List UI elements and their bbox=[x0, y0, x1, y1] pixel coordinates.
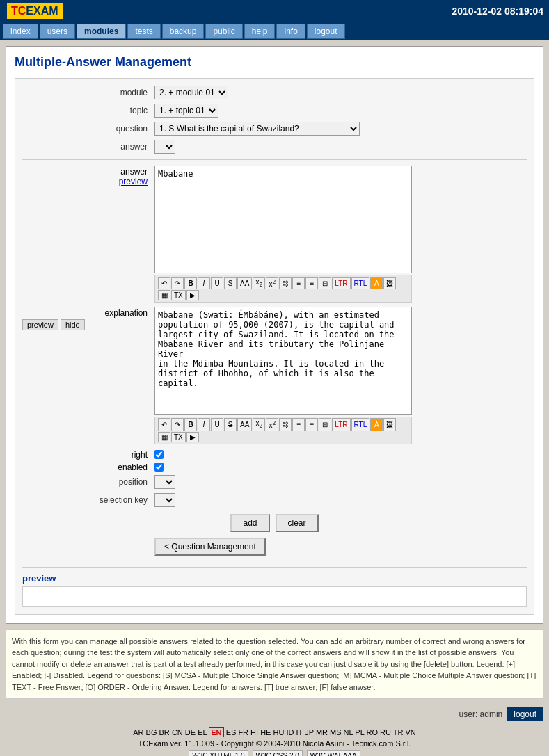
strike-btn[interactable]: S bbox=[224, 277, 237, 289]
lang-it[interactable]: IT bbox=[296, 728, 303, 737]
nav-backup[interactable]: backup bbox=[162, 24, 205, 39]
question-select[interactable]: 1. S What is the capital of Swaziland? bbox=[154, 122, 360, 136]
undo-btn-2[interactable]: ↶ bbox=[158, 418, 170, 431]
lang-br[interactable]: BR bbox=[159, 728, 170, 737]
ol-btn[interactable]: ≡ bbox=[305, 277, 318, 289]
lang-tr[interactable]: TR bbox=[393, 728, 404, 737]
link-btn-2[interactable]: ⛓ bbox=[279, 418, 292, 431]
italic-btn[interactable]: I bbox=[198, 277, 210, 289]
explanation-text-label: explanation bbox=[22, 308, 148, 318]
indent-btn[interactable]: ⊟ bbox=[319, 277, 331, 289]
answer-row: answer bbox=[22, 140, 527, 154]
nav-modules[interactable]: modules bbox=[77, 24, 126, 39]
lang-ru[interactable]: RU bbox=[380, 728, 391, 737]
sup-btn[interactable]: x2 bbox=[266, 277, 278, 289]
lang-hu[interactable]: HU bbox=[273, 728, 285, 737]
lang-he[interactable]: HE bbox=[260, 728, 271, 737]
sup-btn-2[interactable]: x2 bbox=[266, 418, 278, 431]
lang-pl[interactable]: PL bbox=[355, 728, 364, 737]
answer-textarea[interactable]: Mbabane bbox=[154, 166, 412, 273]
link-btn[interactable]: ⛓ bbox=[279, 277, 292, 289]
ltr-btn-2[interactable]: LTR bbox=[332, 418, 350, 431]
expl-preview-btn[interactable]: preview bbox=[22, 319, 58, 330]
add-button[interactable]: add bbox=[230, 514, 269, 532]
image-btn[interactable]: 🖼 bbox=[383, 277, 396, 289]
lang-vn[interactable]: VN bbox=[405, 728, 415, 737]
strike-btn-2[interactable]: S bbox=[224, 418, 237, 431]
media-btn-2[interactable]: ▶ bbox=[186, 432, 199, 442]
color-btn-2[interactable]: A bbox=[370, 418, 383, 431]
lang-ms[interactable]: MS bbox=[330, 728, 342, 737]
preview-link[interactable]: preview bbox=[22, 177, 148, 186]
lang-es[interactable]: ES bbox=[226, 728, 237, 737]
explanation-editor-wrapper: Mbabane (Swati: ÉMbábáne), with an estim… bbox=[154, 307, 527, 444]
selection-key-select[interactable] bbox=[154, 493, 175, 507]
lang-ar[interactable]: AR bbox=[133, 728, 143, 737]
nav-tests[interactable]: tests bbox=[127, 24, 160, 39]
lang-hi[interactable]: HI bbox=[250, 728, 258, 737]
italic-btn-2[interactable]: I bbox=[198, 418, 210, 431]
topic-select[interactable]: 1. + topic 01 bbox=[154, 104, 218, 118]
ltr-btn[interactable]: LTR bbox=[332, 277, 350, 289]
answer-select[interactable] bbox=[154, 140, 175, 154]
fontsize-btn-2[interactable]: AA bbox=[237, 418, 252, 431]
answer-preview-row: answer preview Mbabane ↶ ↷ B I U S AA x2… bbox=[22, 166, 527, 303]
lang-de[interactable]: DE bbox=[185, 728, 196, 737]
bold-btn-2[interactable]: B bbox=[184, 418, 197, 431]
ul-btn[interactable]: ≡ bbox=[292, 277, 305, 289]
lang-cn[interactable]: CN bbox=[172, 728, 183, 737]
answer-text-label: answer bbox=[22, 167, 148, 177]
table-btn[interactable]: ▦ bbox=[158, 290, 170, 300]
nav-index[interactable]: index bbox=[3, 24, 38, 39]
redo-btn[interactable]: ↷ bbox=[171, 277, 184, 289]
nav-help[interactable]: help bbox=[244, 24, 276, 39]
logout-button[interactable]: logout bbox=[507, 707, 543, 721]
topic-row: topic 1. + topic 01 bbox=[22, 104, 527, 118]
nav-public[interactable]: public bbox=[205, 24, 242, 39]
back-button[interactable]: < Question Management bbox=[154, 538, 266, 556]
expl-hide-btn[interactable]: hide bbox=[61, 319, 85, 330]
underline-btn-2[interactable]: U bbox=[211, 418, 223, 431]
module-select[interactable]: 2. + module 01 bbox=[154, 86, 228, 99]
code-btn[interactable]: TX bbox=[171, 290, 186, 300]
datetime: 2010-12-02 08:19:04 bbox=[452, 6, 543, 17]
lang-ro[interactable]: RO bbox=[366, 728, 378, 737]
lang-fr[interactable]: FR bbox=[238, 728, 248, 737]
topic-label: topic bbox=[22, 106, 154, 115]
rtl-btn-2[interactable]: RTL bbox=[351, 418, 370, 431]
table-btn-2[interactable]: ▦ bbox=[158, 432, 170, 442]
rtl-btn[interactable]: RTL bbox=[351, 277, 370, 289]
clear-button[interactable]: clear bbox=[276, 514, 319, 532]
nav-logout[interactable]: logout bbox=[307, 24, 345, 39]
lang-nl[interactable]: NL bbox=[344, 728, 353, 737]
color-btn[interactable]: A bbox=[370, 277, 383, 289]
position-select[interactable] bbox=[154, 475, 175, 489]
ol-btn-2[interactable]: ≡ bbox=[305, 418, 318, 431]
bold-btn[interactable]: B bbox=[184, 277, 197, 289]
lang-el[interactable]: EL bbox=[198, 728, 207, 737]
sub-btn[interactable]: x2 bbox=[253, 277, 265, 289]
enabled-checkbox[interactable] bbox=[154, 463, 164, 472]
undo-btn[interactable]: ↶ bbox=[158, 277, 170, 289]
nav-users[interactable]: users bbox=[40, 24, 75, 39]
fontsize-btn[interactable]: AA bbox=[237, 277, 252, 289]
lang-en[interactable]: EN bbox=[209, 727, 223, 737]
lang-mr[interactable]: MR bbox=[316, 728, 328, 737]
explanation-textarea[interactable]: Mbabane (Swati: ÉMbábáne), with an estim… bbox=[154, 307, 412, 415]
badge-xhtml: W3C XHTML 1.0 bbox=[189, 750, 248, 756]
right-checkbox[interactable] bbox=[154, 450, 164, 459]
ul-btn-2[interactable]: ≡ bbox=[292, 418, 305, 431]
redo-btn-2[interactable]: ↷ bbox=[171, 418, 184, 431]
media-btn[interactable]: ▶ bbox=[186, 290, 199, 300]
right-label: right bbox=[22, 450, 154, 460]
code-btn-2[interactable]: TX bbox=[171, 432, 186, 442]
preview-section: preview bbox=[22, 567, 527, 607]
lang-bg[interactable]: BG bbox=[146, 728, 157, 737]
lang-jp[interactable]: JP bbox=[305, 728, 314, 737]
lang-id[interactable]: ID bbox=[286, 728, 294, 737]
nav-info[interactable]: info bbox=[276, 24, 305, 39]
image-btn-2[interactable]: 🖼 bbox=[383, 418, 396, 431]
sub-btn-2[interactable]: x2 bbox=[253, 418, 265, 431]
underline-btn[interactable]: U bbox=[211, 277, 223, 289]
indent-btn-2[interactable]: ⊟ bbox=[319, 418, 331, 431]
